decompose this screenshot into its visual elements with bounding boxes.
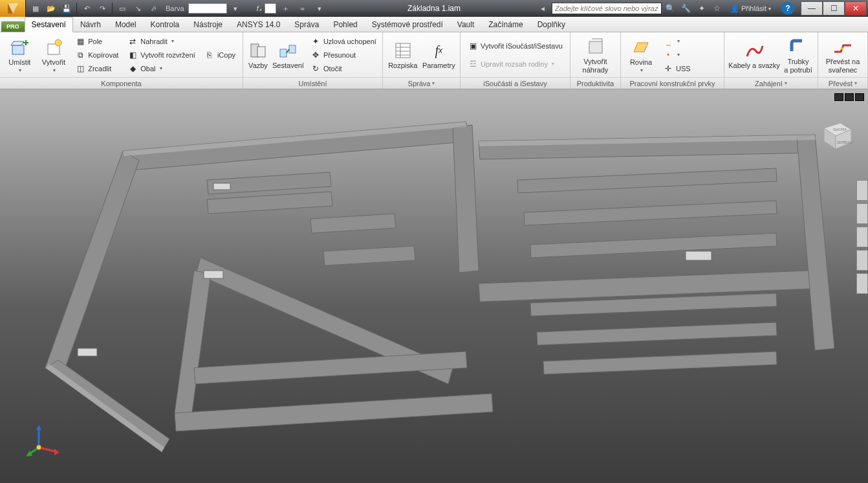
vytvorit-rozvrzeni-button[interactable]: ◧Vytvořit rozvržení	[124, 49, 199, 62]
svg-point-2	[55, 39, 61, 46]
search-input[interactable]	[552, 3, 662, 14]
axis-button[interactable]: ⎯▾	[660, 35, 694, 48]
upravit-rodinu-button[interactable]: ☲Upravit rozsah rodiny▾	[464, 58, 566, 71]
rozpiska-button[interactable]: Rozpiska	[387, 35, 419, 75]
upravit-rodinu-label: Upravit rozsah rodiny	[481, 60, 548, 68]
tab-sprava[interactable]: Správa	[287, 17, 326, 32]
nav-look-button[interactable]	[856, 273, 868, 294]
fx-plus-icon[interactable]: ＋	[279, 2, 293, 15]
tab-zaciname[interactable]: Začínáme	[481, 17, 530, 32]
pole-button[interactable]: ▦Pole	[72, 35, 122, 48]
qat-arrow-icon[interactable]: ↘	[131, 2, 145, 15]
tab-doplnky[interactable]: Doplňky	[530, 17, 572, 32]
tab-sestaveni[interactable]: Sestavení	[25, 17, 73, 32]
nav-wheel-button[interactable]	[856, 180, 868, 201]
qat-redo-icon[interactable]: ↷	[95, 2, 109, 15]
search-key-icon[interactable]: 🔧	[680, 2, 693, 15]
nav-orbit-button[interactable]	[856, 250, 868, 271]
tab-nastroje[interactable]: Nástroje	[186, 17, 230, 32]
vytvorit-isoucast-button[interactable]: ▣Vytvořit iSoučást/iSestavu	[464, 39, 566, 52]
vazby-button[interactable]: Vazby	[247, 35, 269, 75]
qat-more-icon[interactable]: ▾	[312, 2, 327, 15]
panel-prevest-title: Převést	[829, 80, 852, 87]
vytvorit-nahrady-button[interactable]: Vytvořit náhrady	[578, 35, 613, 75]
fx-equals-icon[interactable]: ＝	[296, 2, 310, 15]
panel-isoucasti-title: iSoučásti a iSestavy	[483, 80, 547, 87]
fx-field[interactable]	[265, 3, 276, 14]
kabely-button[interactable]: Kabely a svazky	[728, 35, 780, 75]
panel-isoucasti: ▣Vytvořit iSoučást/iSestavu ☲Upravit roz…	[461, 32, 570, 89]
trubky-button[interactable]: Trubky a potrubí	[783, 35, 814, 75]
qat-save-icon[interactable]: 💾	[60, 2, 74, 15]
close-button[interactable]: ✕	[845, 1, 867, 16]
icopy-button[interactable]: ⎘iCopy	[201, 49, 239, 62]
presunout-button[interactable]: ✥Přesunout	[307, 49, 380, 62]
tab-navrh[interactable]: Návrh	[73, 17, 108, 32]
svg-rect-6	[289, 45, 296, 53]
pro-badge[interactable]: PRO	[1, 21, 25, 32]
color-swatch[interactable]	[188, 3, 227, 14]
weldment-icon	[832, 36, 853, 57]
ribbon-tabstrip: PRO Sestavení Návrh Model Kontrola Nástr…	[0, 17, 868, 32]
viewport-3d[interactable]: SHORA ZEPŘEDU	[0, 89, 868, 483]
layout-icon: ◧	[127, 50, 138, 60]
vp-restore-button[interactable]	[845, 93, 854, 101]
vytvorit-label: Vytvořit	[42, 59, 65, 66]
search-binoculars-icon[interactable]: 🔍	[664, 2, 677, 15]
rovina-label: Rovina	[630, 59, 652, 66]
tab-model[interactable]: Model	[108, 17, 144, 32]
app-menu-button[interactable]	[0, 0, 26, 17]
search-prev-icon[interactable]: ◂	[536, 2, 549, 15]
prevest-button[interactable]: Převést na svařenec	[822, 35, 863, 75]
vytvorit-button[interactable]: Vytvořit ▾	[38, 35, 70, 75]
panel-pracovni: Rovina ▾ ⎯▾ •▾ ✛USS Pracovní konstrukční…	[621, 32, 724, 89]
prevest-l2: svařenec	[829, 67, 858, 74]
rovina-button[interactable]: Rovina ▾	[625, 35, 657, 75]
uzlova-button[interactable]: ✦Uzlová uchopení	[307, 35, 380, 48]
vp-minimize-button[interactable]	[834, 93, 843, 101]
uzlova-label: Uzlová uchopení	[323, 38, 376, 45]
obal-label: Obal	[140, 65, 155, 73]
kopirovat-button[interactable]: ⧉Kopírovat	[72, 49, 122, 62]
tab-kontrola[interactable]: Kontrola	[144, 17, 187, 32]
pattern-icon: ▦	[75, 36, 85, 47]
tab-pohled[interactable]: Pohled	[326, 17, 364, 32]
panel-umisteni-title: Umístění	[298, 80, 327, 87]
obal-button[interactable]: ◆Obal▾	[124, 62, 199, 75]
tab-systemove[interactable]: Systémové prostředí	[365, 17, 450, 32]
nahradit-button[interactable]: ⇄Nahradit▾	[124, 35, 199, 48]
qat-cursor-icon[interactable]: ⬀	[146, 2, 160, 15]
point-button[interactable]: •▾	[660, 49, 694, 62]
panel-produktivita: Vytvořit náhrady Produktivita	[570, 32, 621, 89]
maximize-button[interactable]: ☐	[823, 1, 845, 16]
table-edit-icon: ☲	[468, 59, 478, 69]
otocit-button[interactable]: ↻Otočit	[307, 62, 380, 75]
qat-select-icon[interactable]: ▭	[115, 2, 129, 15]
viewcube[interactable]: SHORA ZEPŘEDU	[818, 115, 856, 154]
svg-point-24	[36, 445, 41, 450]
vp-close-button[interactable]	[855, 93, 864, 101]
favorite-icon[interactable]: ☆	[711, 2, 724, 15]
qat-open-icon[interactable]: 📂	[44, 2, 58, 15]
color-dropdown-icon[interactable]: ▾	[228, 2, 243, 15]
sestaveni-button[interactable]: Sestavení	[272, 35, 305, 75]
uss-button[interactable]: ✛USS	[660, 62, 694, 75]
zrcadlit-button[interactable]: ◫Zrcadlit	[72, 62, 122, 75]
parametry-button[interactable]: fx Parametry	[422, 35, 456, 75]
qat-undo-icon[interactable]: ↶	[80, 2, 94, 15]
copy-icon: ⧉	[75, 50, 85, 60]
tab-ansys[interactable]: ANSYS 14.0	[230, 17, 287, 32]
search-star-icon[interactable]: ✦	[695, 2, 708, 15]
tab-vault[interactable]: Vault	[450, 17, 481, 32]
uss-label: USS	[676, 65, 691, 73]
umistit-button[interactable]: Umístit ▾	[4, 35, 36, 75]
help-icon[interactable]: ?	[781, 2, 794, 15]
kopirovat-label: Kopírovat	[88, 51, 118, 59]
signin-button[interactable]: 👤 Přihlásit ▾	[726, 5, 775, 13]
nav-zoom-button[interactable]	[856, 227, 868, 247]
nav-pan-button[interactable]	[856, 203, 868, 224]
nav-bar	[856, 180, 868, 297]
minimize-button[interactable]: —	[801, 1, 823, 16]
panel-zahajeni-title: Zahájení	[755, 80, 783, 87]
qat-new-icon[interactable]: ▦	[28, 2, 43, 15]
